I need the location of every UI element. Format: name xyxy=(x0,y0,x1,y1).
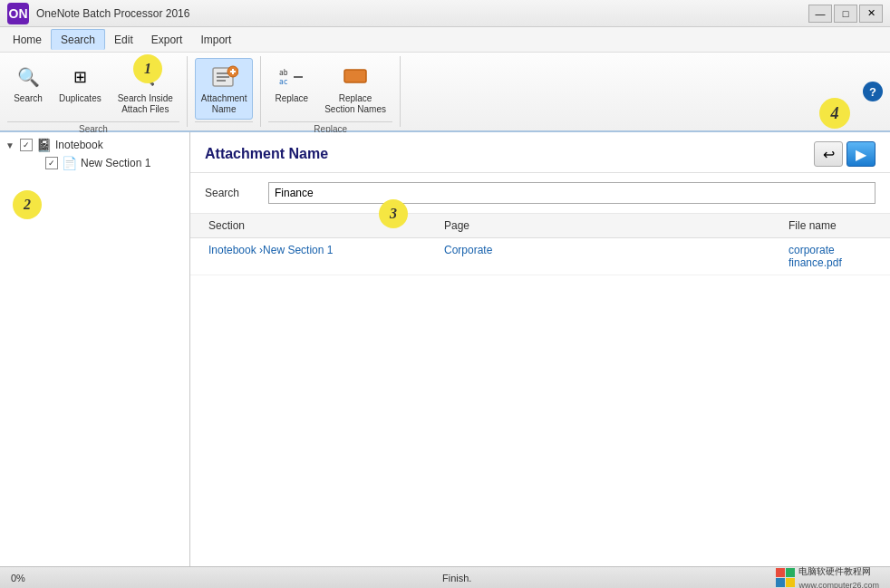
notebook-icon: 📓 xyxy=(36,138,52,152)
ribbon-group-attachment: AttachmentName xyxy=(188,56,262,127)
panel-title: Attachment Name xyxy=(205,146,328,162)
tree-root-checkbox[interactable]: ✓ xyxy=(20,139,33,151)
help-button[interactable]: ? xyxy=(863,82,883,101)
app-icon-text: ON xyxy=(9,6,28,21)
minimize-button[interactable]: — xyxy=(808,5,832,23)
search-label: Search xyxy=(205,187,268,199)
attachment-icon xyxy=(209,63,238,92)
panel-header: Attachment Name ↩ ▶ xyxy=(190,132,890,173)
close-button[interactable]: ✕ xyxy=(859,5,883,23)
replace-sections-button-label: ReplaceSection Names xyxy=(324,93,386,115)
svg-text:ac: ac xyxy=(279,78,288,86)
annotation-bubble-4: 4 xyxy=(819,98,850,129)
duplicates-button-label: Duplicates xyxy=(59,93,102,104)
windows-logo xyxy=(776,568,795,587)
annotation-bubble-3: 3 xyxy=(379,199,408,228)
row-filename: corporate finance.pdf xyxy=(785,242,875,271)
menu-import[interactable]: Import xyxy=(191,30,240,50)
svg-text:ab: ab xyxy=(279,69,288,77)
attachment-name-button-label: AttachmentName xyxy=(201,93,247,115)
col-filename: File name xyxy=(785,217,875,234)
watermark-text: 电脑软硬件教程网 xyxy=(798,566,871,576)
right-panel: Attachment Name ↩ ▶ Search Section Page … xyxy=(190,132,890,566)
search-row: Search xyxy=(190,173,890,214)
ribbon-group-replace: ab ac Replace ReplaceSection Names Repla… xyxy=(261,56,401,127)
tree-section-label: New Section 1 xyxy=(81,157,150,169)
win-sq-blue xyxy=(776,578,785,587)
main-area: ▼ ✓ 📓 Inotebook ✓ 📄 New Section 1 Attach… xyxy=(0,132,890,566)
ribbon-group-attachment-items: AttachmentName xyxy=(195,58,254,120)
play-button[interactable]: ▶ xyxy=(846,141,875,167)
status-bar: 0% Finish. 电脑软硬件教程网 www.computer26.com xyxy=(0,566,890,588)
table-row[interactable]: Inotebook ›New Section 1 Corporate corpo… xyxy=(190,238,890,275)
ribbon-group-replace-items: ab ac Replace ReplaceSection Names xyxy=(268,58,392,120)
tree-section-checkbox[interactable]: ✓ xyxy=(45,157,58,169)
ribbon-search-group-label: Search xyxy=(7,121,179,136)
row-section: Inotebook ›New Section 1 xyxy=(205,242,440,271)
tree-root-item[interactable]: ▼ ✓ 📓 Inotebook xyxy=(4,136,186,154)
title-bar-left: ON OneNote Batch Processor 2016 xyxy=(7,3,189,24)
status-right: 电脑软硬件教程网 www.computer26.com xyxy=(776,564,879,588)
status-message: Finish. xyxy=(138,573,776,583)
duplicates-button[interactable]: ⊞ Duplicates xyxy=(53,58,108,109)
win-sq-yellow xyxy=(786,578,795,587)
ribbon-attachment-group-label xyxy=(195,121,254,126)
title-bar: ON OneNote Batch Processor 2016 — □ ✕ xyxy=(0,0,890,27)
win-sq-red xyxy=(776,568,785,577)
col-page: Page xyxy=(440,217,785,234)
search-icon: 🔍 xyxy=(14,63,43,92)
section-icon: 📄 xyxy=(62,156,77,170)
tree-child-section: ✓ 📄 New Section 1 xyxy=(4,154,186,172)
win-sq-green xyxy=(786,568,795,577)
annotation-bubble-1: 1 xyxy=(133,54,162,83)
menu-bar: Home Search Edit Export Import xyxy=(0,27,890,53)
app-title: OneNote Batch Processor 2016 xyxy=(36,7,189,20)
search-button-label: Search xyxy=(14,93,43,104)
replace-sections-button[interactable]: ReplaceSection Names xyxy=(318,58,392,120)
replace-button[interactable]: ab ac Replace xyxy=(268,58,314,109)
tree-root-label: Inotebook xyxy=(55,139,103,151)
app-icon: ON xyxy=(7,3,29,24)
maximize-button[interactable]: □ xyxy=(834,5,857,23)
menu-home[interactable]: Home xyxy=(4,30,51,50)
duplicates-icon: ⊞ xyxy=(65,63,94,92)
menu-edit[interactable]: Edit xyxy=(105,30,142,50)
replace-sections-icon xyxy=(341,63,370,92)
svg-rect-10 xyxy=(344,70,366,82)
search-input[interactable] xyxy=(268,182,875,204)
search-inside-button-label: Search InsideAttach Files xyxy=(118,93,173,115)
results-table: Section Page File name Inotebook ›New Se… xyxy=(190,214,890,566)
attachment-name-button[interactable]: AttachmentName xyxy=(195,58,254,120)
panel-header-buttons: ↩ ▶ xyxy=(814,141,875,167)
watermark-url: www.computer26.com xyxy=(798,581,879,588)
menu-export[interactable]: Export xyxy=(142,30,192,50)
watermark: 电脑软硬件教程网 www.computer26.com xyxy=(798,564,879,588)
back-button[interactable]: ↩ xyxy=(814,141,843,167)
status-progress: 0% xyxy=(11,573,138,583)
table-header: Section Page File name xyxy=(190,214,890,238)
replace-icon: ab ac xyxy=(277,63,306,92)
tree-section-item[interactable]: ✓ 📄 New Section 1 xyxy=(29,154,186,172)
replace-button-label: Replace xyxy=(275,93,308,104)
title-controls: — □ ✕ xyxy=(808,5,883,23)
menu-search[interactable]: Search xyxy=(51,29,105,50)
row-page: Corporate xyxy=(440,242,785,271)
search-button[interactable]: 🔍 Search xyxy=(7,58,49,109)
annotation-bubble-2: 2 xyxy=(13,190,42,219)
tree-expand-icon[interactable]: ▼ xyxy=(5,140,16,150)
